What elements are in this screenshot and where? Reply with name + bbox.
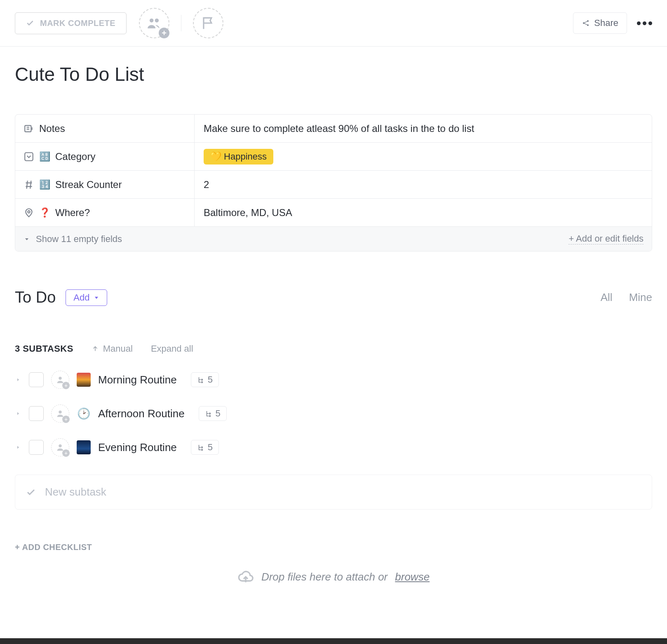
share-label: Share xyxy=(594,18,618,28)
chevron-right-icon xyxy=(16,377,21,382)
expand-all-button[interactable]: Expand all xyxy=(151,343,193,354)
task-list: + Morning Routine 5 + 🕑 Afternoon Routin… xyxy=(15,371,652,456)
todo-header: To Do Add All Mine xyxy=(15,289,652,306)
add-checklist-button[interactable]: + ADD CHECKLIST xyxy=(15,543,652,552)
assignees-button[interactable]: + xyxy=(139,8,169,38)
dropzone-text: Drop files here to attach or xyxy=(261,571,388,583)
check-icon xyxy=(26,487,36,497)
subtasks-bar: 3 SUBTASKS Manual Expand all xyxy=(15,343,652,354)
svg-marker-7 xyxy=(95,296,98,298)
mark-complete-button[interactable]: MARK COMPLETE xyxy=(15,12,127,34)
new-subtask-input[interactable]: New subtask xyxy=(15,475,652,510)
field-value-where[interactable]: Baltimore, MD, USA xyxy=(195,199,652,226)
chevron-down-icon xyxy=(23,236,30,242)
svg-point-15 xyxy=(209,416,210,417)
task-row: + 🕑 Afternoon Routine 5 xyxy=(15,404,652,423)
svg-marker-8 xyxy=(17,378,19,381)
task-emoji xyxy=(77,440,91,454)
field-row-notes: Notes Make sure to complete atleast 90% … xyxy=(15,115,652,143)
plus-icon: + xyxy=(62,449,70,457)
subtask-count-badge[interactable]: 5 xyxy=(191,372,219,387)
task-emoji xyxy=(77,373,91,387)
filter-all[interactable]: All xyxy=(601,291,613,304)
filter-mine[interactable]: Mine xyxy=(629,291,652,304)
task-checkbox[interactable] xyxy=(29,440,44,455)
hash-icon xyxy=(23,179,34,190)
field-value-streak[interactable]: 2 xyxy=(195,171,652,198)
field-label-text: Category xyxy=(55,151,95,162)
expand-task-button[interactable] xyxy=(15,376,21,383)
cloud-upload-icon xyxy=(237,569,254,585)
todo-heading: To Do xyxy=(15,289,56,306)
browse-link[interactable]: browse xyxy=(395,571,430,583)
chevron-right-icon xyxy=(16,411,21,416)
add-edit-fields-button[interactable]: + Add or edit fields xyxy=(568,233,644,244)
flag-icon xyxy=(200,15,216,31)
share-button[interactable]: Share xyxy=(573,12,627,34)
subtask-count-badge[interactable]: 5 xyxy=(191,440,219,455)
sort-button[interactable]: Manual xyxy=(92,343,133,354)
chevron-down-icon xyxy=(94,295,99,301)
plus-icon: + xyxy=(62,382,70,389)
new-subtask-placeholder: New subtask xyxy=(45,486,106,498)
field-label-text: Streak Counter xyxy=(55,179,122,190)
add-button[interactable]: Add xyxy=(66,289,107,306)
task-title[interactable]: Evening Routine xyxy=(98,441,177,454)
svg-point-18 xyxy=(201,447,202,448)
plus-icon: + xyxy=(159,28,169,38)
assignee-button[interactable]: + xyxy=(51,371,69,389)
field-label-text: Where? xyxy=(55,207,90,219)
svg-point-19 xyxy=(201,449,202,451)
toolbar-separator xyxy=(181,15,181,31)
location-icon xyxy=(23,207,34,218)
people-icon xyxy=(146,15,162,31)
attachment-dropzone[interactable]: Drop files here to attach or browse xyxy=(15,564,652,606)
expand-task-button[interactable] xyxy=(15,410,21,417)
svg-point-11 xyxy=(201,382,202,383)
task-checkbox[interactable] xyxy=(29,406,44,421)
svg-marker-16 xyxy=(17,446,19,449)
check-icon xyxy=(26,19,34,27)
subtasks-count: 3 SUBTASKS xyxy=(15,343,73,354)
subtasks-icon xyxy=(197,376,204,383)
abcd-emoji: 🔠 xyxy=(39,151,50,162)
mark-complete-label: MARK COMPLETE xyxy=(40,19,115,28)
assignee-button[interactable]: + xyxy=(51,438,69,456)
field-label-category: 🔠 Category xyxy=(15,143,195,170)
subtask-count-badge[interactable]: 5 xyxy=(199,406,227,421)
field-value-category[interactable]: 💛 Happiness xyxy=(195,143,652,170)
svg-point-13 xyxy=(59,411,61,414)
svg-point-14 xyxy=(209,413,210,414)
fields-footer: Show 11 empty fields + Add or edit field… xyxy=(15,227,652,251)
more-menu-button[interactable] xyxy=(637,21,652,25)
bottom-bar xyxy=(0,638,667,644)
expand-task-button[interactable] xyxy=(15,444,21,451)
dropdown-icon xyxy=(23,151,34,162)
svg-point-5 xyxy=(28,211,30,213)
add-button-label: Add xyxy=(73,292,89,303)
page-title: Cute To Do List xyxy=(15,63,652,85)
assignee-button[interactable]: + xyxy=(51,404,69,423)
numbers-emoji: 🔢 xyxy=(39,179,50,190)
show-empty-fields-button[interactable]: Show 11 empty fields xyxy=(23,234,122,244)
plus-icon: + xyxy=(62,416,70,423)
task-title[interactable]: Morning Routine xyxy=(98,374,177,386)
task-title[interactable]: Afternoon Routine xyxy=(98,407,185,420)
question-diamond-icon: ❓ xyxy=(39,207,50,218)
field-value-notes[interactable]: Make sure to complete atleast 90% of all… xyxy=(195,115,652,142)
svg-point-9 xyxy=(59,377,61,380)
fields-table: Notes Make sure to complete atleast 90% … xyxy=(15,114,652,251)
sort-label: Manual xyxy=(103,343,133,354)
subtasks-icon xyxy=(205,410,212,417)
show-empty-fields-label: Show 11 empty fields xyxy=(36,234,122,244)
svg-marker-12 xyxy=(17,412,19,415)
flag-button[interactable] xyxy=(193,8,223,38)
field-label-notes: Notes xyxy=(15,115,195,142)
svg-marker-6 xyxy=(25,238,28,240)
text-icon xyxy=(23,123,34,134)
field-label-where: ❓ Where? xyxy=(15,199,195,226)
field-row-category: 🔠 Category 💛 Happiness xyxy=(15,143,652,171)
task-checkbox[interactable] xyxy=(29,372,44,387)
subtasks-icon xyxy=(197,444,204,451)
field-row-where: ❓ Where? Baltimore, MD, USA xyxy=(15,199,652,227)
